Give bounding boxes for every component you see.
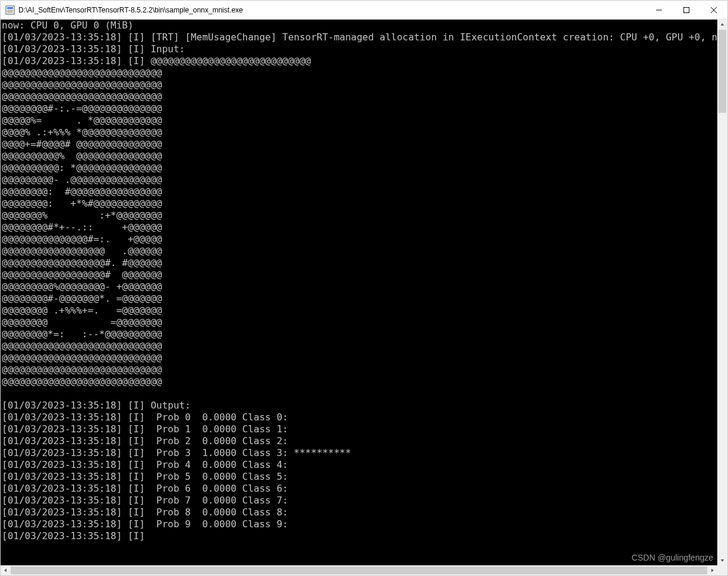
window-controls (645, 1, 727, 19)
vertical-scrollbar[interactable] (717, 20, 727, 565)
svg-rect-4 (684, 7, 689, 12)
scrollbar-corner (717, 565, 727, 575)
app-icon (5, 5, 15, 15)
svg-marker-7 (721, 23, 724, 26)
minimize-button[interactable] (645, 1, 673, 19)
svg-rect-1 (7, 7, 13, 9)
scrollbar-track[interactable] (717, 30, 727, 555)
scroll-left-button[interactable] (1, 565, 11, 575)
scroll-right-button[interactable] (707, 565, 717, 575)
bottom-scroll-row (1, 565, 727, 575)
scroll-down-button[interactable] (717, 555, 727, 565)
svg-rect-2 (7, 10, 13, 13)
svg-marker-8 (721, 559, 724, 562)
svg-marker-10 (711, 569, 714, 572)
console-area: now: CPU 0, GPU 0 (MiB) [01/03/2023-13:3… (1, 20, 727, 565)
scroll-up-button[interactable] (717, 20, 727, 30)
window-title: D:\AI_SoftEnv\TensorRT\TensorRT-8.5.2.2\… (18, 6, 645, 14)
hscroll-thumb[interactable] (11, 566, 707, 574)
titlebar[interactable]: D:\AI_SoftEnv\TensorRT\TensorRT-8.5.2.2\… (1, 1, 727, 20)
maximize-button[interactable] (673, 1, 700, 19)
close-button[interactable] (700, 1, 727, 19)
horizontal-scrollbar[interactable] (1, 565, 717, 575)
console-output[interactable]: now: CPU 0, GPU 0 (MiB) [01/03/2023-13:3… (1, 20, 717, 565)
svg-marker-9 (4, 569, 7, 572)
hscroll-track[interactable] (11, 565, 707, 575)
scrollbar-thumb[interactable] (718, 30, 726, 113)
app-window: D:\AI_SoftEnv\TensorRT\TensorRT-8.5.2.2\… (0, 0, 728, 576)
